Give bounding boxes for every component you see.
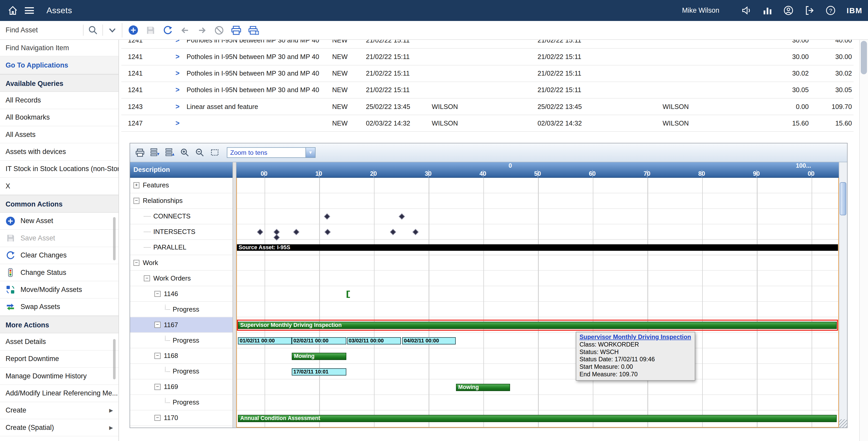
help-icon[interactable]: ? — [822, 2, 839, 19]
cell-asset[interactable]: 1243 — [121, 103, 176, 111]
go-to-applications-link[interactable]: Go To Applications — [0, 56, 119, 74]
tree-row-progress[interactable]: Progress — [130, 364, 232, 379]
advanced-search-chevron-icon[interactable] — [103, 21, 122, 39]
sidebar-item-move-modify-assets[interactable]: Move/Modify Assets — [0, 281, 119, 298]
tree-row-progress[interactable]: Progress — [130, 333, 232, 348]
collapse-icon[interactable]: − — [133, 198, 140, 204]
tree-row-intersects[interactable]: INTERSECTS — [130, 225, 232, 240]
chart-scrollbar[interactable] — [839, 162, 847, 428]
feature-marker[interactable] — [390, 229, 396, 235]
sidebar-item-manage-downtime-history[interactable]: Manage Downtime History — [0, 368, 119, 385]
page-scrollbar[interactable] — [859, 40, 868, 441]
tree-row-1170[interactable]: −1170 — [130, 410, 232, 426]
feature-marker[interactable] — [412, 229, 419, 235]
expand-all-icon[interactable] — [164, 146, 176, 159]
sidebar-item-all-records[interactable]: All Records — [0, 92, 119, 109]
zoom-in-icon[interactable] — [179, 146, 191, 159]
sidebar-item-report-downtime[interactable]: Report Downtime — [0, 351, 119, 368]
gantt-bar-02-02-11-00-00[interactable]: 02/02/11 00:00 — [292, 337, 346, 345]
tree-row-1167[interactable]: −1167 — [130, 317, 232, 333]
cell-asset[interactable]: 1241 — [121, 53, 176, 61]
feature-marker[interactable] — [257, 229, 263, 235]
menu-icon[interactable] — [21, 2, 37, 19]
sidebar-scrollbar-thumb[interactable] — [113, 339, 116, 379]
chart-scrollbar-thumb[interactable] — [840, 182, 846, 215]
print-with-attachments-icon[interactable] — [248, 21, 259, 39]
cell-asset[interactable]: 1241 — [121, 40, 176, 44]
cell-asset[interactable]: 1241 — [121, 69, 176, 77]
row-detail-chevron-icon[interactable]: > — [175, 40, 186, 44]
page-scrollbar-thumb[interactable] — [861, 41, 867, 74]
row-detail-chevron-icon[interactable]: > — [175, 53, 186, 61]
asset-table-row[interactable]: 1241>Potholes in I-95N between MP 30 and… — [121, 65, 854, 82]
chart-body[interactable]: Supervisor Monthly Driving Inspection Cl… — [237, 178, 839, 428]
zoom-out-icon[interactable] — [194, 146, 206, 159]
asset-table-row[interactable]: 1247>NEW02/03/22 14:32WILSON02/03/22 14:… — [121, 115, 854, 132]
new-record-icon[interactable] — [128, 21, 139, 39]
row-detail-chevron-icon[interactable]: > — [175, 119, 186, 127]
expand-icon[interactable]: + — [133, 182, 140, 188]
sidebar-item-all-bookmarks[interactable]: All Bookmarks — [0, 109, 119, 126]
gantt-bar-17-02-11-10-01[interactable]: 17/02/11 10:01 — [292, 368, 346, 376]
resize-grip[interactable] — [839, 419, 847, 428]
row-detail-chevron-icon[interactable]: > — [175, 69, 186, 78]
gantt-bar-04-02-11-00-00[interactable]: 04/02/11 00:00 — [402, 337, 456, 345]
profile-icon[interactable] — [780, 2, 797, 19]
announcement-icon[interactable] — [738, 2, 755, 19]
tree-row-connects[interactable]: CONNECTS — [130, 209, 232, 225]
sidebar-item-all-assets[interactable]: All Assets — [0, 126, 119, 143]
collapse-icon[interactable]: − — [154, 322, 161, 328]
signout-icon[interactable] — [801, 2, 818, 19]
sidebar-item-assets-with-devices[interactable]: Assets with devices — [0, 143, 119, 160]
sidebar-item-create[interactable]: Create▶ — [0, 402, 119, 419]
tree-row-progress[interactable]: Progress — [130, 302, 232, 317]
tree-row-features[interactable]: +Features — [130, 178, 232, 193]
collapse-icon[interactable]: − — [154, 384, 161, 390]
tree-row-1168[interactable]: −1168 — [130, 348, 232, 364]
clear-filter-icon[interactable] — [214, 21, 225, 39]
sidebar-scrollbar-thumb[interactable] — [113, 217, 116, 260]
gantt-bar-mowing[interactable]: Mowing — [456, 384, 510, 391]
asset-table-row[interactable]: 1241>Potholes in I-95N between MP 30 and… — [121, 40, 854, 49]
zoom-fit-icon[interactable] — [209, 146, 221, 159]
find-navigation-input[interactable] — [0, 40, 111, 56]
clear-changes-icon[interactable] — [162, 21, 173, 39]
asset-table-row[interactable]: 1243>Linear asset and featureNEW25/02/22… — [121, 98, 854, 115]
home-icon[interactable] — [4, 2, 21, 19]
next-record-icon[interactable] — [196, 21, 208, 39]
tree-row-1169[interactable]: −1169 — [130, 379, 232, 395]
feature-marker[interactable] — [324, 213, 330, 220]
pane-splitter[interactable] — [233, 162, 237, 428]
print-icon[interactable] — [231, 21, 242, 39]
collapse-icon[interactable]: − — [144, 275, 150, 282]
feature-marker[interactable] — [324, 229, 331, 235]
sidebar-item-add-modify-linear-referencing-me[interactable]: Add/Modify Linear Referencing Me... — [0, 385, 119, 402]
feature-marker[interactable] — [399, 213, 405, 220]
gantt-bar-mowing[interactable]: Mowing — [292, 353, 346, 360]
gantt-bar-01-02-11-00-00[interactable]: 01/02/11 00:00 — [238, 337, 292, 345]
tree-row-work-orders[interactable]: −Work Orders — [130, 271, 232, 286]
collapse-icon[interactable]: − — [133, 260, 140, 266]
sidebar-item-change-status[interactable]: Change Status — [0, 264, 119, 281]
task-marker[interactable] — [347, 291, 350, 298]
collapse-all-icon[interactable] — [149, 146, 161, 159]
asset-table-row[interactable]: 1241>Potholes in I-95N between MP 30 and… — [121, 49, 854, 65]
feature-marker[interactable] — [293, 229, 300, 235]
sidebar-item-new-asset[interactable]: New Asset — [0, 213, 119, 230]
collapse-icon[interactable]: − — [154, 291, 161, 297]
tree-row-work[interactable]: −Work — [130, 255, 232, 271]
print-chart-icon[interactable] — [134, 146, 146, 159]
user-name[interactable]: Mike Wilson — [682, 6, 719, 14]
gantt-bar-03-02-11-00-00[interactable]: 03/02/11 00:00 — [347, 337, 401, 345]
find-asset-input[interactable] — [0, 21, 83, 39]
search-icon[interactable] — [84, 21, 102, 39]
find-navigation-row[interactable] — [0, 40, 119, 56]
previous-record-icon[interactable] — [179, 21, 190, 39]
sidebar-item-it-stock-in-stock-locations-non-stor[interactable]: IT Stock in Stock Locations (non-Stor... — [0, 161, 119, 178]
sidebar-item-x[interactable]: X — [0, 178, 119, 195]
zoom-level-select[interactable]: Zoom to tens ▼ — [227, 147, 315, 158]
tree-row-progress[interactable]: Progress — [130, 395, 232, 410]
sidebar-item-clear-changes[interactable]: Clear Changes — [0, 247, 119, 264]
dropdown-arrow-icon[interactable]: ▼ — [306, 148, 315, 157]
cell-asset[interactable]: 1241 — [121, 86, 176, 94]
